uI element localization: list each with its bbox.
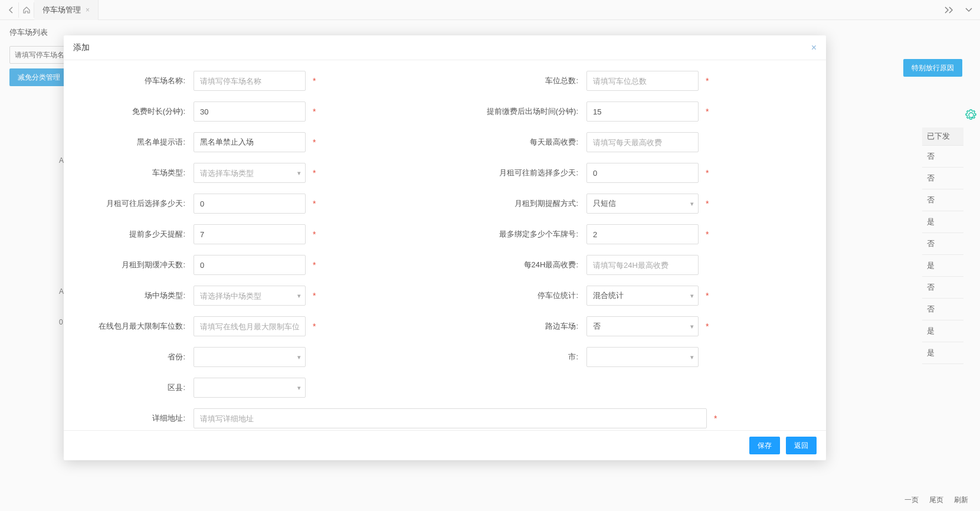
leave-minutes-input[interactable] [586,101,699,122]
address-input[interactable] [194,408,707,428]
label-blacklist-tip: 黑名单提示语: [81,137,194,148]
label-address: 详细地址: [81,413,194,424]
label-free-minutes: 免费时长(分钟): [81,106,194,117]
label-nested-type: 场中场类型: [81,290,194,301]
label-buffer-days: 月租到期缓冲天数: [81,260,194,270]
label-monthly-after: 月租可往后选择多少天: [81,198,194,209]
daily-max-input[interactable] [586,132,699,152]
required-star: * [313,230,316,239]
total-slots-input[interactable] [586,71,699,91]
required-star: * [706,322,709,331]
field-blacklist-tip: 黑名单提示语: * [81,132,415,152]
label-monthly-before: 月租可往前选择多少天: [474,168,586,178]
field-park-type: 车场类型: ▾ * [81,163,415,183]
field-park-name: 停车场名称: * [81,71,415,91]
close-icon[interactable]: × [811,42,817,53]
required-star: * [706,107,709,116]
field-nested-type: 场中场类型: ▾ * [81,286,415,306]
district-select[interactable] [194,378,306,398]
add-modal: 添加 × 停车场名称: * 车位总数: * 免费时长(分钟): * 提前缴 [64,35,826,460]
field-province: 省份: ▾ * [81,347,415,367]
required-star: * [714,414,717,423]
slot-stats-select[interactable] [586,286,699,306]
field-free-minutes: 免费时长(分钟): * [81,101,415,122]
label-remind-method: 月租到期提醒方式: [474,198,586,209]
modal-footer: 保存 返回 [64,430,826,460]
field-remind-method: 月租到期提醒方式: ▾ * [474,194,808,214]
free-minutes-input[interactable] [194,101,306,122]
label-online-limit: 在线包月最大限制车位数: [81,321,194,332]
nested-type-select[interactable] [194,286,306,306]
field-daily-max: 每天最高收费: * [474,132,808,152]
required-star: * [313,76,316,86]
blacklist-tip-input[interactable] [194,132,306,152]
required-star: * [706,199,709,208]
label-total-slots: 车位总数: [474,76,586,86]
roadside-select[interactable] [586,316,699,336]
field-address: 详细地址: * [81,408,808,428]
label-roadside: 路边车场: [474,321,586,332]
save-button[interactable]: 保存 [749,437,780,454]
field-remind-days: 提前多少天提醒: * [81,224,415,244]
label-district: 区县: [81,382,194,393]
label-province: 省份: [81,352,194,362]
field-max-plates: 最多绑定多少个车牌号: * [474,224,808,244]
required-star: * [313,107,316,116]
label-daily-max: 每天最高收费: [474,137,586,148]
back-button[interactable]: 返回 [786,437,817,454]
label-max-24h: 每24H最高收费: [474,260,586,270]
park-name-input[interactable] [194,71,306,91]
field-city: 市: ▾ * [474,347,808,367]
required-star: * [313,260,316,270]
label-slot-stats: 停车位统计: [474,290,586,301]
label-city: 市: [474,352,586,362]
field-online-limit: 在线包月最大限制车位数: * [81,316,415,336]
monthly-before-input[interactable] [586,163,699,183]
required-star: * [706,168,709,178]
required-star: * [313,137,316,147]
required-star: * [706,291,709,300]
remind-method-select[interactable] [586,194,699,214]
label-leave-minutes: 提前缴费后出场时间(分钟): [474,106,586,117]
max-24h-input[interactable] [586,255,699,275]
field-total-slots: 车位总数: * [474,71,808,91]
form-grid: 停车场名称: * 车位总数: * 免费时长(分钟): * 提前缴费后出场时间(分… [81,71,808,430]
buffer-days-input[interactable] [194,255,306,275]
modal-title: 添加 [73,42,90,53]
field-monthly-after: 月租可往后选择多少天: * [81,194,415,214]
required-star: * [313,199,316,208]
required-star: * [313,322,316,331]
field-monthly-before: 月租可往前选择多少天: * [474,163,808,183]
province-select[interactable] [194,347,306,367]
required-star: * [313,168,316,178]
label-park-name: 停车场名称: [81,76,194,86]
field-leave-minutes: 提前缴费后出场时间(分钟): * [474,101,808,122]
label-park-type: 车场类型: [81,168,194,178]
required-star: * [313,291,316,300]
field-buffer-days: 月租到期缓冲天数: * [81,255,415,275]
required-star: * [706,230,709,239]
field-roadside: 路边车场: ▾ * [474,316,808,336]
field-district: 区县: ▾ * [81,378,415,398]
monthly-after-input[interactable] [194,194,306,214]
required-star: * [706,76,709,86]
modal-header: 添加 × [64,35,826,60]
max-plates-input[interactable] [586,224,699,244]
park-type-select[interactable] [194,163,306,183]
remind-days-input[interactable] [194,224,306,244]
label-remind-days: 提前多少天提醒: [81,229,194,240]
label-max-plates: 最多绑定多少个车牌号: [474,229,586,240]
online-limit-input[interactable] [194,316,306,336]
city-select[interactable] [586,347,699,367]
modal-body: 停车场名称: * 车位总数: * 免费时长(分钟): * 提前缴费后出场时间(分… [64,60,826,430]
field-slot-stats: 停车位统计: ▾ * [474,286,808,306]
field-max-24h: 每24H最高收费: * [474,255,808,275]
